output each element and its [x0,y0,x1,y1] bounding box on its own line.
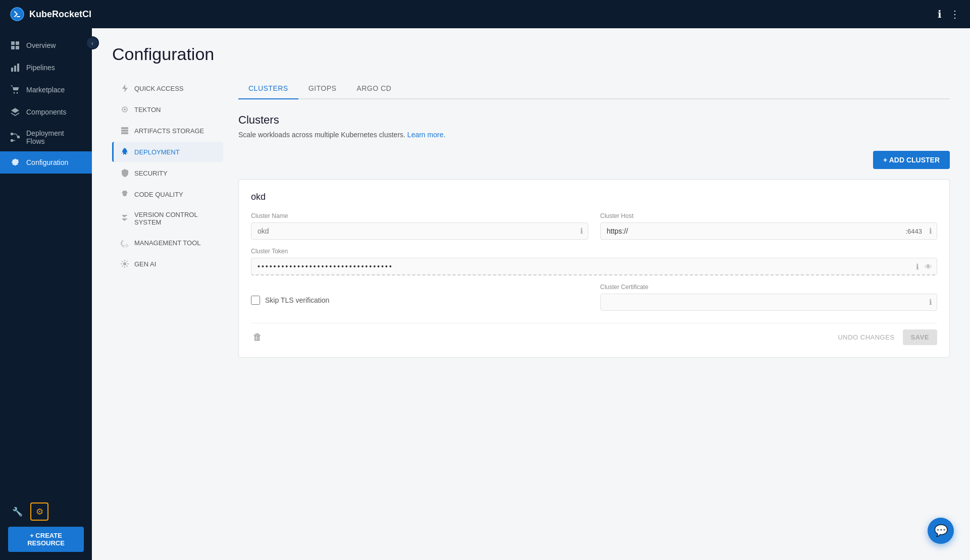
left-nav-item-quick-access[interactable]: QUICK ACCESS [112,78,223,98]
cluster-host-group: Cluster Host :6443 ℹ [600,212,938,240]
cluster-name-info-icon[interactable]: ℹ [580,227,583,236]
cluster-certificate-group: Cluster Certificate ℹ [600,284,938,311]
cluster-form-row-2: Cluster Token ℹ 👁 [251,248,937,275]
main-content: Configuration QUICK ACCESS TEKTON ARTIFA… [92,28,970,560]
left-nav-item-deployment[interactable]: DEPLOYMENT [112,142,223,162]
sidebar-item-marketplace[interactable]: Marketplace [0,79,92,101]
sidebar-item-overview[interactable]: Overview [0,34,92,57]
skip-tls-checkbox[interactable] [251,296,260,305]
svg-rect-10 [11,133,13,135]
tab-clusters[interactable]: CLUSTERS [238,78,298,99]
svg-point-9 [17,92,18,94]
delete-cluster-button[interactable]: 🗑 [251,330,264,345]
gear-icon [10,157,20,167]
left-nav-item-artifacts[interactable]: ARTIFACTS STORAGE [112,121,223,141]
save-button[interactable]: SAVE [903,329,937,345]
svg-rect-6 [14,66,16,72]
sidebar-item-label-deployment-flows: Deployment Flows [26,129,82,145]
skip-tls-row: Skip TLS verification [251,296,588,305]
topbar-actions: ℹ ⋮ [938,9,960,19]
section-description: Scale workloads across multiple Kubernet… [238,131,950,139]
sidebar-item-pipelines[interactable]: Pipelines [0,57,92,79]
tekton-icon [120,105,129,114]
svg-rect-2 [16,41,19,45]
layers-icon [10,107,20,117]
cluster-host-suffix: :6443 [905,228,922,235]
left-nav-item-code-quality[interactable]: CODE QUALITY [112,184,223,204]
cluster-name-input[interactable] [251,222,588,240]
svg-rect-15 [121,127,128,129]
svg-point-14 [124,108,126,110]
settings-tool-button[interactable]: ⚙ [30,502,48,521]
sidebar-item-deployment-flows[interactable]: Deployment Flows [0,123,92,151]
cart-icon [10,85,20,95]
barchart-icon [10,63,20,73]
right-panel: CLUSTERS GITOPS ARGO CD Clusters Scale w… [223,78,950,358]
layout: ‹ Overview Pipelines Marketplace Compone… [0,28,970,560]
section-title: Clusters [238,114,950,127]
left-nav-label-security: SECURITY [134,170,168,177]
cluster-form-row-1: Cluster Name ℹ Cluster Host :6443 [251,212,937,240]
sidebar-item-label-pipelines: Pipelines [26,64,55,72]
left-nav-item-gen-ai[interactable]: GEN AI [112,254,223,274]
flow-icon [10,132,20,142]
sidebar-item-components[interactable]: Components [0,101,92,123]
cluster-certificate-input-wrapper: ℹ [600,294,938,311]
cluster-name-group: Cluster Name ℹ [251,212,588,240]
left-nav-item-security[interactable]: SECURITY [112,163,223,183]
cluster-certificate-info-icon[interactable]: ℹ [929,298,932,307]
svg-rect-4 [16,46,19,49]
sidebar-item-label-components: Components [26,108,66,116]
cluster-token-input[interactable] [251,258,937,275]
chat-fab-button[interactable]: 💬 [928,518,954,544]
left-nav-item-tekton[interactable]: TEKTON [112,99,223,120]
left-nav-label-quick-access: QUICK ACCESS [134,85,184,92]
left-nav-label-artifacts: ARTIFACTS STORAGE [134,127,204,135]
cluster-token-label: Cluster Token [251,248,937,255]
skip-tls-label: Skip TLS verification [265,296,329,304]
logo-icon [10,7,24,21]
cluster-token-info-icon[interactable]: ℹ [916,262,919,271]
lightning-icon [120,84,129,93]
cluster-host-info-icon[interactable]: ℹ [929,227,932,236]
learn-more-link[interactable]: Learn more. [407,131,445,139]
cluster-card-title: okd [251,192,937,202]
cluster-token-input-wrapper: ℹ 👁 [251,258,937,275]
topbar: KubeRocketCI ℹ ⋮ [0,0,970,28]
sidebar-item-label-overview: Overview [26,41,56,49]
more-button[interactable]: ⋮ [950,9,960,19]
sidebar-item-label-configuration: Configuration [26,158,68,166]
cluster-token-visibility-icon[interactable]: 👁 [925,262,932,271]
tab-argo-cd[interactable]: ARGO CD [346,78,401,99]
sidebar-nav: Overview Pipelines Marketplace Component… [0,28,92,494]
cluster-certificate-label: Cluster Certificate [600,284,938,291]
svg-rect-7 [17,64,19,72]
left-nav-label-gen-ai: GEN AI [134,260,156,268]
left-nav-item-version-control[interactable]: VERSION CONTROL SYSTEM [112,205,223,232]
info-button[interactable]: ℹ [938,9,942,19]
create-resource-button[interactable]: + CREATE RESOURCE [8,527,84,552]
rocket-icon [120,147,129,156]
tabs: CLUSTERS GITOPS ARGO CD [238,78,950,99]
sidebar-bottom: 🔧 ⚙ + CREATE RESOURCE [0,494,92,560]
sidebar-collapse-button[interactable]: ‹ [86,36,99,49]
svg-rect-16 [121,130,128,132]
add-cluster-button[interactable]: + ADD CLUSTER [873,151,950,169]
cluster-card-actions: 🗑 UNDO CHANGES SAVE [251,323,937,345]
trophy-icon [120,190,129,199]
undo-changes-button[interactable]: UNDO CHANGES [838,333,894,341]
cluster-token-group: Cluster Token ℹ 👁 [251,248,937,275]
svg-rect-5 [11,68,13,72]
svg-rect-17 [121,132,128,134]
left-nav-item-management-tool[interactable]: MANAGEMENT TOOL [112,233,223,253]
cluster-host-input[interactable] [600,222,938,240]
svg-point-8 [14,92,15,94]
wrench-tool-button[interactable]: 🔧 [8,502,26,521]
grid-icon [10,40,20,50]
svg-rect-3 [11,46,15,49]
sidebar-item-configuration[interactable]: Configuration [0,151,92,174]
left-nav-label-tekton: TEKTON [134,106,161,114]
cluster-certificate-input[interactable] [600,294,938,311]
shield-icon [120,169,129,178]
tab-gitops[interactable]: GITOPS [298,78,347,99]
